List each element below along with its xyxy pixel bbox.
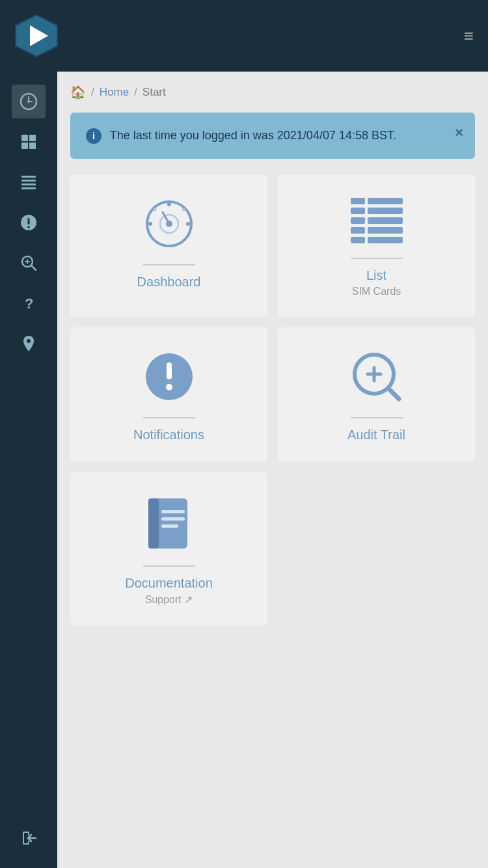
svg-line-46	[388, 388, 399, 399]
card-dashboard[interactable]: Dashboard	[70, 174, 267, 317]
svg-point-27	[186, 222, 190, 226]
svg-rect-32	[351, 198, 365, 204]
alert-message: The last time you logged in was 2021/04/…	[110, 129, 396, 142]
alert-info-icon: i	[86, 128, 102, 144]
home-icon[interactable]: 🏠	[70, 85, 86, 100]
sidebar-item-list[interactable]	[12, 125, 46, 159]
svg-rect-53	[161, 524, 178, 528]
card-divider	[143, 264, 195, 265]
sidebar-item-alerts[interactable]	[12, 206, 46, 239]
svg-point-44	[166, 384, 172, 390]
card-audit-trail[interactable]: Audit Trail	[278, 327, 475, 462]
breadcrumb: 🏠 / Home / Start	[70, 85, 475, 100]
svg-rect-8	[21, 142, 28, 149]
svg-point-16	[27, 226, 30, 228]
sidebar-item-dashboard[interactable]	[12, 85, 46, 118]
logo[interactable]	[13, 12, 60, 59]
card-list-label: List	[366, 268, 386, 283]
svg-rect-50	[148, 498, 159, 549]
card-dashboard-label: Dashboard	[137, 275, 201, 290]
svg-point-29	[153, 208, 156, 211]
svg-rect-40	[351, 237, 365, 243]
login-alert: i The last time you logged in was 2021/0…	[70, 113, 475, 159]
breadcrumb-sep-1: /	[91, 86, 94, 99]
svg-rect-52	[161, 517, 185, 521]
alert-close-button[interactable]: ×	[455, 122, 463, 143]
card-divider	[143, 417, 195, 418]
audit-trail-icon	[351, 351, 403, 405]
main-layout: ? 🏠 / Home / Start	[0, 72, 488, 868]
svg-rect-33	[368, 198, 403, 204]
notifications-icon	[143, 351, 195, 405]
svg-rect-51	[161, 510, 185, 513]
breadcrumb-sep-2: /	[134, 86, 137, 99]
svg-point-22	[27, 339, 31, 343]
svg-point-30	[182, 208, 185, 211]
documentation-icon	[146, 496, 193, 554]
svg-rect-11	[21, 180, 36, 182]
svg-line-18	[31, 265, 36, 270]
svg-rect-43	[167, 362, 172, 379]
svg-rect-12	[21, 183, 36, 185]
card-list-sublabel: SIM Cards	[352, 286, 401, 297]
card-list[interactable]: List SIM Cards	[278, 174, 475, 317]
dashboard-icon	[143, 198, 195, 252]
card-audit-trail-label: Audit Trail	[347, 427, 405, 442]
sidebar-item-help[interactable]: ?	[12, 286, 46, 320]
svg-rect-15	[28, 218, 30, 224]
card-documentation[interactable]: Documentation Support ↗	[70, 472, 267, 625]
breadcrumb-current: Start	[142, 86, 166, 99]
card-notifications-label: Notifications	[133, 427, 204, 442]
svg-rect-36	[351, 217, 365, 224]
svg-rect-34	[351, 208, 365, 214]
svg-rect-9	[29, 142, 36, 149]
card-divider	[143, 565, 195, 567]
svg-text:?: ?	[25, 295, 33, 312]
svg-rect-39	[368, 227, 403, 234]
svg-point-26	[167, 202, 171, 206]
svg-point-28	[148, 222, 152, 226]
svg-rect-6	[21, 135, 28, 141]
hamburger-button[interactable]: ≡	[464, 26, 475, 46]
card-notifications[interactable]: Notifications	[70, 327, 267, 462]
content-area: 🏠 / Home / Start i The last time you log…	[57, 72, 488, 868]
sidebar-item-cards[interactable]	[12, 165, 46, 199]
card-documentation-label: Documentation	[125, 576, 213, 591]
card-documentation-sublabel: Support ↗	[145, 593, 193, 606]
logout-button[interactable]	[12, 821, 46, 855]
top-header: ≡	[0, 0, 488, 72]
svg-rect-13	[21, 187, 36, 189]
svg-rect-38	[351, 227, 365, 234]
card-grid: Dashboard	[70, 174, 475, 625]
breadcrumb-home-link[interactable]: Home	[100, 86, 129, 99]
list-icon	[351, 198, 403, 246]
svg-rect-35	[368, 208, 403, 214]
card-divider	[351, 258, 403, 259]
svg-rect-41	[368, 237, 403, 243]
sidebar-item-location[interactable]	[12, 327, 46, 360]
svg-rect-7	[29, 135, 36, 141]
sidebar: ?	[0, 72, 57, 868]
sidebar-item-search[interactable]	[12, 246, 46, 280]
svg-rect-10	[21, 176, 36, 178]
card-divider	[351, 417, 403, 418]
svg-line-31	[163, 212, 169, 224]
svg-rect-37	[368, 217, 403, 224]
